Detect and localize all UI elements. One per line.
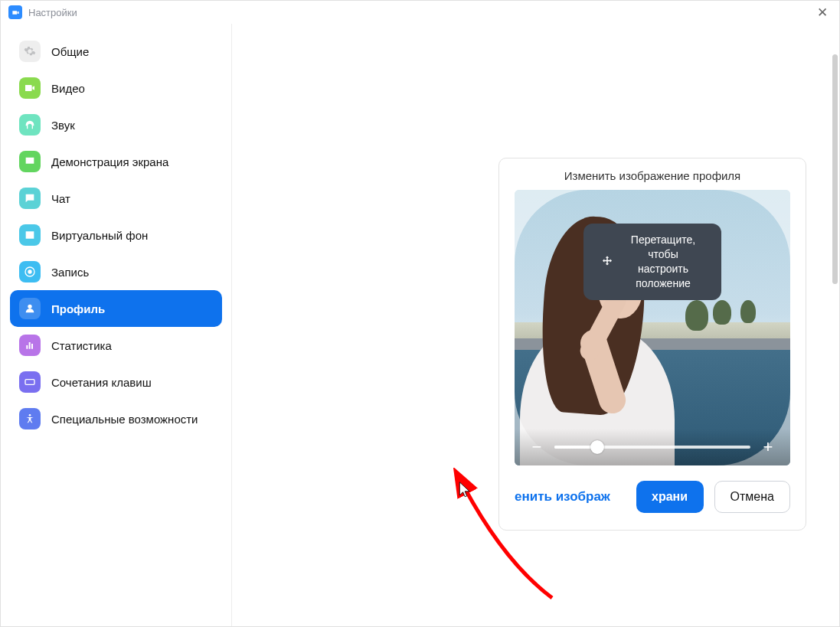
hint-text: Перетащите, чтобы настроить положение	[622, 233, 704, 291]
zoom-slider-row: − +	[515, 429, 790, 465]
sidebar-item-audio[interactable]: Звук	[10, 106, 222, 143]
sidebar-item-accessibility[interactable]: Специальные возможности	[10, 400, 222, 437]
sidebar-item-keyboard-shortcuts[interactable]: Сочетания клавиш	[10, 364, 222, 400]
sidebar-item-profile[interactable]: Профиль	[10, 290, 222, 327]
zoom-out-button[interactable]: −	[530, 437, 544, 457]
sidebar-item-label: Запись	[51, 266, 89, 279]
headphones-icon	[19, 114, 41, 136]
sidebar-item-general[interactable]: Общие	[10, 33, 222, 70]
share-screen-icon	[19, 151, 41, 172]
button-label: храни	[652, 490, 688, 503]
window-title: Настройки	[28, 7, 77, 18]
button-label: Отмена	[731, 490, 774, 503]
window-titlebar: Настройки ✕	[1, 1, 839, 24]
dialog-title: Изменить изображение профиля	[499, 158, 806, 190]
sidebar-item-label: Общие	[51, 45, 89, 58]
sidebar-item-label: Профиль	[51, 302, 105, 315]
zoom-slider[interactable]	[554, 446, 750, 449]
sidebar-item-label: Видео	[51, 82, 85, 95]
zoom-in-button[interactable]: +	[761, 437, 775, 457]
drag-hint-tooltip: Перетащите, чтобы настроить положение	[583, 224, 721, 300]
move-icon	[600, 255, 614, 269]
profile-icon	[19, 298, 41, 319]
sidebar-item-virtual-background[interactable]: Виртуальный фон	[10, 217, 222, 253]
record-icon	[19, 261, 41, 282]
svg-point-4	[29, 414, 31, 416]
cancel-button[interactable]: Отмена	[714, 481, 790, 513]
sidebar-item-label: Статистика	[51, 339, 112, 352]
change-profile-picture-dialog: Изменить изображение профиля	[498, 158, 806, 531]
sidebar-item-chat[interactable]: Чат	[10, 180, 222, 217]
sidebar-item-video[interactable]: Видео	[10, 70, 222, 106]
sidebar-item-statistics[interactable]: Статистика	[10, 327, 222, 364]
accessibility-icon	[19, 408, 41, 429]
settings-sidebar: Общие Видео Звук Демонстрация экрана Чат…	[1, 24, 232, 626]
profile-panel: икина ╌╌ филь льной версии ие функции Из…	[232, 24, 839, 626]
sidebar-item-share-screen[interactable]: Демонстрация экрана	[10, 143, 222, 180]
sidebar-item-label: Звук	[51, 119, 75, 132]
sidebar-item-label: Сочетания клавиш	[51, 376, 152, 389]
statistics-icon	[19, 335, 41, 356]
svg-point-2	[28, 305, 31, 309]
scrollbar[interactable]	[832, 54, 838, 284]
gear-icon	[19, 41, 41, 62]
keyboard-icon	[19, 371, 41, 393]
sidebar-item-label: Специальные возможности	[51, 413, 198, 426]
image-crop-area[interactable]: Перетащите, чтобы настроить положение − …	[515, 190, 790, 465]
svg-point-1	[28, 269, 31, 273]
zoom-slider-knob[interactable]	[590, 440, 604, 454]
sidebar-item-label: Чат	[51, 192, 70, 205]
save-button[interactable]: храни	[636, 481, 704, 513]
video-icon	[19, 77, 41, 99]
window-close-button[interactable]: ✕	[813, 5, 832, 21]
sidebar-item-label: Виртуальный фон	[51, 229, 148, 242]
virtual-background-icon	[19, 224, 41, 246]
chat-icon	[19, 188, 41, 209]
sidebar-item-recording[interactable]: Запись	[10, 253, 222, 290]
zoom-app-icon	[8, 5, 22, 19]
sidebar-item-label: Демонстрация экрана	[51, 155, 168, 168]
change-image-link[interactable]: енить изображ	[515, 489, 626, 505]
svg-rect-3	[25, 380, 34, 385]
